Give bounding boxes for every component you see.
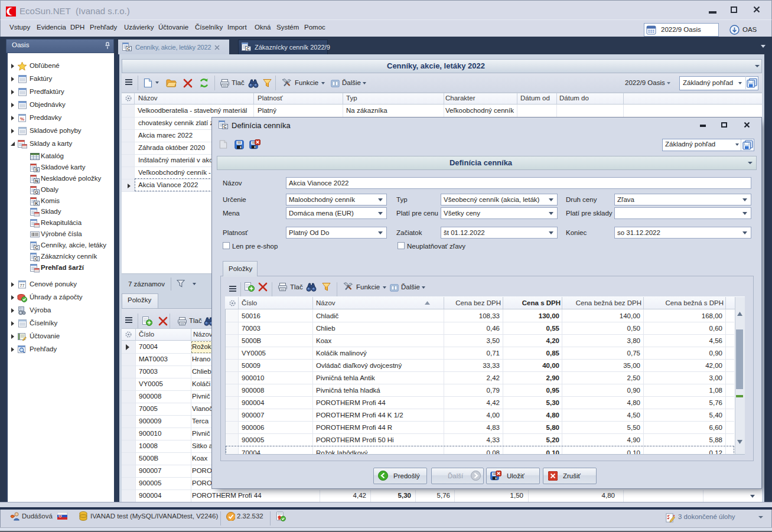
svg-text:C: C xyxy=(35,256,38,262)
svg-text:K: K xyxy=(35,201,38,206)
svg-text:%: % xyxy=(20,116,24,122)
svg-text:O: O xyxy=(35,190,38,195)
svg-text:C: C xyxy=(223,124,227,129)
svg-text:77: 77 xyxy=(20,283,25,288)
svg-text:C: C xyxy=(127,46,131,51)
svg-text:S: S xyxy=(35,167,38,172)
svg-text:N: N xyxy=(35,178,38,184)
svg-text:C: C xyxy=(246,46,250,51)
svg-text:C: C xyxy=(35,245,38,250)
